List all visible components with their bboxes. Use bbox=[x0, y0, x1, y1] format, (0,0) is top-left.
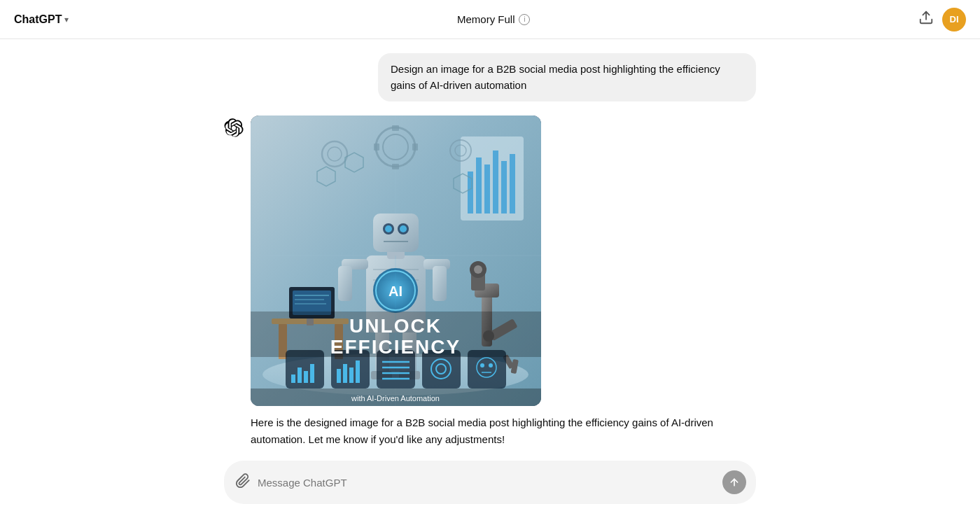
svg-rect-8 bbox=[484, 164, 490, 214]
svg-point-40 bbox=[474, 265, 482, 274]
generated-image: AI bbox=[251, 115, 541, 406]
svg-point-89 bbox=[480, 363, 484, 368]
memory-info-icon[interactable]: i bbox=[519, 14, 530, 25]
send-button[interactable] bbox=[722, 470, 746, 494]
svg-rect-71 bbox=[298, 368, 302, 383]
share-upload-icon[interactable] bbox=[918, 10, 934, 29]
svg-rect-58 bbox=[433, 266, 447, 301]
svg-text:UNLOCK: UNLOCK bbox=[349, 315, 442, 337]
chat-container: Design an image for a B2B social media p… bbox=[224, 53, 756, 449]
svg-rect-16 bbox=[392, 125, 399, 131]
header-actions: DI bbox=[918, 8, 966, 31]
svg-rect-56 bbox=[338, 266, 352, 301]
svg-rect-7 bbox=[476, 158, 482, 214]
assistant-message-wrapper: AI bbox=[224, 115, 756, 448]
svg-rect-70 bbox=[291, 374, 295, 383]
message-input[interactable] bbox=[258, 477, 715, 489]
svg-rect-76 bbox=[343, 364, 347, 383]
svg-rect-77 bbox=[349, 368, 354, 383]
svg-text:EFFICIENCY: EFFICIENCY bbox=[330, 336, 461, 358]
input-bar bbox=[224, 461, 756, 504]
svg-rect-18 bbox=[374, 144, 379, 150]
chat-main: Design an image for a B2B social media p… bbox=[0, 39, 980, 449]
attachment-icon[interactable] bbox=[235, 473, 251, 492]
assistant-content: AI bbox=[251, 115, 756, 448]
assistant-response-text: Here is the designed image for a B2B soc… bbox=[251, 414, 756, 448]
memory-status-area: Memory Full i bbox=[457, 13, 531, 25]
svg-rect-31 bbox=[293, 290, 331, 315]
svg-text:with AI-Driven Automation: with AI-Driven Automation bbox=[351, 394, 440, 402]
svg-point-64 bbox=[400, 225, 407, 232]
svg-rect-78 bbox=[356, 360, 360, 383]
app-name: ChatGPT bbox=[14, 13, 62, 26]
svg-rect-9 bbox=[493, 150, 498, 214]
memory-status-text: Memory Full bbox=[457, 13, 515, 25]
svg-rect-11 bbox=[510, 154, 515, 214]
svg-point-63 bbox=[385, 225, 392, 232]
svg-rect-72 bbox=[304, 371, 308, 383]
user-message-bubble: Design an image for a B2B social media p… bbox=[378, 53, 756, 102]
svg-rect-75 bbox=[337, 369, 341, 383]
user-message-wrapper: Design an image for a B2B social media p… bbox=[224, 53, 756, 102]
svg-rect-19 bbox=[412, 144, 418, 150]
svg-rect-60 bbox=[373, 214, 419, 252]
chevron-down-icon: ▾ bbox=[64, 15, 69, 24]
svg-point-90 bbox=[489, 363, 493, 368]
svg-rect-73 bbox=[310, 364, 314, 383]
svg-rect-10 bbox=[501, 161, 507, 214]
chatgpt-icon bbox=[224, 118, 244, 138]
header: ChatGPT ▾ Memory Full i DI bbox=[0, 0, 980, 39]
svg-rect-17 bbox=[392, 164, 399, 169]
input-bar-wrapper bbox=[0, 449, 980, 518]
app-name-button[interactable]: ChatGPT ▾ bbox=[14, 13, 69, 26]
user-avatar[interactable]: DI bbox=[942, 8, 966, 31]
